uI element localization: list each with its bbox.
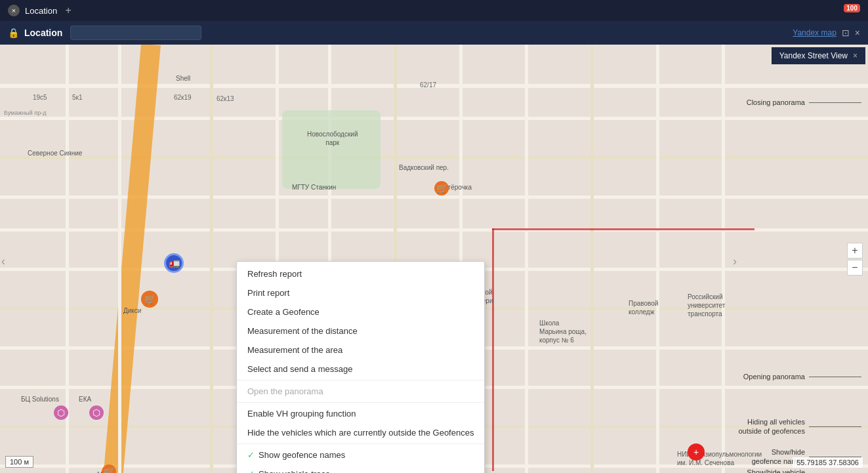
- menu-item-vh-group-label: Enable VH grouping function: [247, 409, 356, 419]
- breadcrumb-input[interactable]: [70, 26, 201, 40]
- map-nav-right[interactable]: ›: [733, 255, 737, 268]
- menu-item-send-message[interactable]: Select and send a message: [237, 360, 484, 379]
- zoom-in-button[interactable]: +: [847, 243, 863, 258]
- map-container[interactable]: Северное Сияние Shell Новослободскийпарк…: [0, 45, 868, 473]
- road-v10: [656, 45, 659, 473]
- pyaterochka-marker1[interactable]: 🛒: [434, 181, 449, 195]
- road-h2: [0, 117, 868, 120]
- park-area: [282, 110, 381, 189]
- annotation-opening-panorama: Opening panorama: [743, 373, 861, 380]
- road-v11: [722, 45, 725, 473]
- nav-bar: 🔒 Location Yandex map ⊡ ×: [0, 21, 868, 45]
- zoom-controls: + −: [847, 243, 863, 276]
- menu-item-hide-outside-label: Hide the vehicles which are currently ou…: [247, 428, 474, 438]
- annotation-show-vehicle-trace-label: Show/hide vehicletrace: [747, 468, 805, 473]
- road-v9: [590, 45, 594, 473]
- menu-divider2: [237, 402, 484, 403]
- menu-item-measure-dist[interactable]: Measurement of the distance: [237, 321, 484, 340]
- menu-item-refresh-label: Refresh report: [247, 269, 302, 279]
- yandex-map-link[interactable]: Yandex map: [793, 28, 837, 37]
- annotation-hiding-vehicles-line: [809, 426, 861, 427]
- minimize-button[interactable]: ⊡: [842, 28, 850, 38]
- street-view-label: Yandex Street View: [779, 51, 848, 60]
- road-v3: [210, 45, 213, 473]
- title-bar-close-button[interactable]: ×: [8, 5, 20, 16]
- menu-divider3: [237, 443, 484, 444]
- store-marker-dixi[interactable]: 🛒: [141, 291, 158, 308]
- annotation-show-vehicle-trace: Show/hide vehicletrace: [747, 468, 861, 473]
- map-label-vadkovsky: Вадковский пер.: [399, 164, 449, 171]
- menu-item-vh-group[interactable]: Enable VH grouping function: [237, 404, 484, 423]
- menu-item-measure-area-label: Measurement of the area: [247, 345, 342, 355]
- nav-close-button[interactable]: ×: [855, 28, 860, 38]
- map-label-school: ШколаМарьина роща,корпус № 6: [539, 319, 587, 344]
- annotation-opening-panorama-label: Opening panorama: [743, 373, 805, 380]
- annotation-closing-panorama: Closing panorama: [747, 98, 861, 106]
- menu-item-print-label: Print report: [247, 288, 289, 298]
- menu-item-refresh[interactable]: Refresh report: [237, 264, 484, 283]
- map-background: Северное Сияние Shell Новослободскийпарк…: [0, 45, 868, 473]
- map-nav-left[interactable]: ‹: [1, 255, 5, 268]
- nav-right-controls: Yandex map ⊡ ×: [793, 28, 860, 38]
- lock-icon: 🔒: [8, 28, 19, 38]
- zoom-out-button[interactable]: −: [847, 260, 863, 276]
- map-label-eka: ЕКА: [79, 396, 91, 403]
- menu-item-panorama-label: Open the panorama: [247, 386, 323, 396]
- menu-divider1: [237, 380, 484, 380]
- map-label-shell: Shell: [176, 75, 190, 82]
- road-h3: [0, 156, 868, 159]
- context-menu: Refresh report Print report Create a Geo…: [236, 261, 485, 473]
- eka-marker[interactable]: ⬡: [54, 405, 68, 420]
- road-v2: [118, 45, 121, 473]
- annotation-closing-panorama-line: [809, 102, 861, 103]
- title-bar-add-button[interactable]: +: [62, 5, 74, 16]
- route-line-v: [492, 228, 494, 471]
- menu-item-geofence-label: Create a Geofence: [247, 307, 320, 317]
- map-scale-label: 100 м: [10, 458, 29, 466]
- menu-item-panorama: Open the panorama: [237, 382, 484, 401]
- menu-item-show-vehicle-trace-label: Show vehicle trace: [258, 469, 330, 473]
- menu-item-send-message-label: Select and send a message: [247, 364, 352, 374]
- title-bar: × Location + 100: [0, 0, 868, 21]
- map-coordinates: 55.79185 37.58306: [793, 457, 863, 468]
- street-view-panel: Yandex Street View ×: [772, 47, 865, 64]
- road-h1: [0, 84, 868, 88]
- map-scale: 100 м: [5, 456, 33, 468]
- road-v8: [525, 45, 528, 473]
- map-label-university: Российскийуниверситеттранспорта: [688, 293, 725, 318]
- menu-item-hide-outside[interactable]: Hide the vehicles which are currently ou…: [237, 423, 484, 442]
- menu-item-geofence[interactable]: Create a Geofence: [237, 302, 484, 321]
- annotation-opening-panorama-line: [809, 377, 861, 377]
- title-bar-title: Location: [25, 6, 57, 16]
- menu-item-show-geofence-names[interactable]: ✓ Show geofence names: [237, 445, 484, 464]
- menu-item-measure-dist-label: Measurement of the distance: [247, 326, 358, 336]
- nii-marker[interactable]: +: [688, 443, 705, 461]
- route-line-h: [492, 228, 754, 230]
- menu-item-measure-area[interactable]: Measurement of the area: [237, 340, 484, 360]
- annotation-hiding-vehicles: Hiding all vehiclesoutside of geofences: [738, 417, 861, 436]
- bz-marker[interactable]: ⬡: [89, 405, 104, 420]
- nav-title: Location: [24, 28, 62, 38]
- main-road-vertical: [98, 45, 161, 473]
- annotation-closing-panorama-label: Closing panorama: [747, 98, 805, 106]
- check-vehicle-trace-icon: ✓: [247, 469, 255, 473]
- check-geofence-names-icon: ✓: [247, 450, 255, 460]
- annotation-hiding-vehicles-label: Hiding all vehiclesoutside of geofences: [738, 417, 805, 436]
- menu-item-show-geofence-names-label: Show geofence names: [258, 450, 345, 460]
- map-label-bz: БЦ Solutions: [21, 396, 59, 403]
- map-coords-label: 55.79185 37.58306: [796, 459, 859, 466]
- notification-badge[interactable]: 100: [844, 4, 860, 12]
- menu-item-print[interactable]: Print report: [237, 283, 484, 302]
- street-view-close-button[interactable]: ×: [853, 51, 858, 60]
- vehicle-marker[interactable]: 🚛: [164, 253, 184, 273]
- menu-item-show-vehicle-trace[interactable]: ✓ Show vehicle trace: [237, 464, 484, 473]
